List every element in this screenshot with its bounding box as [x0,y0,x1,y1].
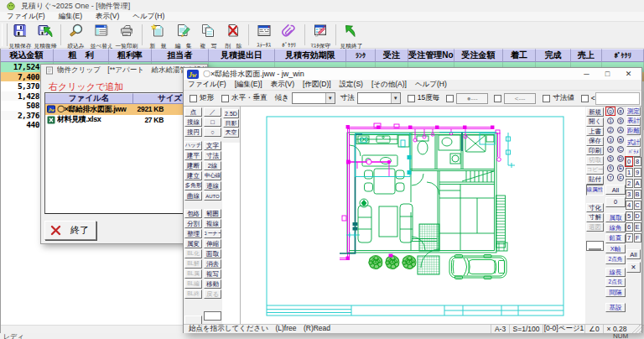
delete-button[interactable]: 削 除 [221,22,246,48]
paper-size-cell[interactable]: A-3 [491,325,509,333]
tool-button-建立[interactable]: 建立 [184,171,202,180]
tool-button-中心線[interactable]: 中心線 [204,171,221,180]
host-menu-item[interactable]: ファイル(F) [0,12,52,22]
layer-group-0-button[interactable]: 0 [605,107,615,116]
tool-button-建断[interactable]: 建断 [184,161,202,170]
tool-button-文字[interactable]: 文字 [204,141,221,150]
tool-button-寸法[interactable]: 寸法 [204,151,221,160]
layer-4-button[interactable]: 4 [625,200,633,211]
column-header-cell[interactable]: 見積提出日 [209,49,275,62]
tool-button-ハッチ[interactable]: ハッチ [184,141,202,150]
tool-button-測定[interactable]: 測定 [626,107,641,116]
arrow-line-checkbox[interactable] [494,95,501,102]
layer-group-all-button[interactable]: All [605,185,626,195]
host-menu-item[interactable]: 表示(V) [89,12,126,22]
tool-button-属変[interactable]: 属変 [184,239,202,248]
tool-button-線角[interactable]: 線角 [605,223,626,232]
tool-button-コピー[interactable]: コピー [586,165,604,175]
dot-line-checkbox[interactable] [446,95,454,102]
layer-group-7-button[interactable]: 7 [605,173,615,182]
column-header-cell[interactable]: 受注管理No [408,49,454,62]
tool-button-消去[interactable]: 消去 [204,259,221,269]
tool-button-BL化[interactable]: BL化 [184,249,202,258]
tool-button-分割[interactable]: 分割 [184,219,202,228]
tool-button-切取[interactable]: 切取 [586,156,604,165]
edit-button[interactable]: 編 集 [170,22,195,48]
restore-button[interactable]: 見積復帰 [33,22,58,48]
minimize-button[interactable]: ─ [576,68,597,80]
tool-button-基設[interactable]: 基設 [605,303,626,312]
column-header-cell[interactable]: ﾗﾝｸ [346,49,376,62]
pokekuri-button[interactable]: ﾎﾟｹｸﾘ [277,22,302,48]
page-cell[interactable]: [0-0]ページ1 [543,325,584,333]
tool-button-包絡[interactable]: 包絡 [184,209,202,218]
angle-cell[interactable]: ∠0 [584,325,603,333]
jw-titlebar[interactable]: Jw 〇×邸給排水図面.jww - jw_win ─ □ ✕ [184,68,641,80]
jw-menu-item[interactable]: 設定(S) [335,80,367,90]
tool-button-連線[interactable]: 連線 [204,181,221,190]
tool-button-新規[interactable]: 新規 [586,107,604,117]
close-dialog-button[interactable]: 終了 [44,221,96,240]
tool-button-／[interactable]: ／ [204,107,221,117]
layer-group-4-button[interactable]: 4 [605,144,615,154]
save-button[interactable]: 見積保存 [8,22,33,48]
tool-button-選図[interactable]: 選図 [586,222,604,232]
tool-button-表計[interactable]: 表計 [626,117,641,126]
new-button[interactable]: 新 規 [145,22,170,48]
tool-button-整理[interactable]: 整理 [184,229,202,238]
tool-button-BL編[interactable]: BL編 [184,279,202,289]
tool-button-X軸[interactable]: X軸 [605,244,626,253]
dropdown-arrow-icon[interactable]: ▼ [391,93,400,103]
jw-menu-item[interactable]: [その他(A)] [367,80,411,90]
tool-button-コーナー[interactable]: コーナー [204,229,221,238]
jw-menu-item[interactable]: 表示(V) [267,80,299,90]
column-header-cell[interactable]: 売上 [571,49,602,62]
jw-menu-item[interactable]: ファイル(F) [184,80,231,90]
layer-all-button[interactable]: All [626,249,641,259]
tool-button-建平[interactable]: 建平 [184,151,202,160]
tool-button-保存[interactable]: 保存 [586,137,604,146]
layer-group-C-button[interactable]: C [615,144,626,154]
column-header-cell[interactable]: 粗 利 [54,49,109,62]
layer-0-button[interactable]: 0 [625,156,633,167]
layer-F-button[interactable]: F [633,232,641,243]
tool-button-貼付[interactable]: 貼付 [586,175,604,185]
layer-C-button[interactable]: C [633,200,641,211]
tool-button-線属性[interactable]: 線属性 [586,185,604,196]
layer-5-button[interactable]: 5 [625,211,633,222]
zoom-cell[interactable]: × 0.28 [603,325,630,333]
layer-group-5-button[interactable]: 5 [605,154,615,164]
tool-button-距離[interactable]: 距離 [626,126,641,135]
layer-1-button[interactable]: 1 [625,167,633,178]
slope-combobox[interactable]: ▼ [292,92,335,104]
layer-8-button[interactable]: 8 [633,156,641,167]
extra-tool-button[interactable]: 日影 [223,119,239,128]
host-menu-item[interactable]: ヘルプ(H) [126,12,171,22]
tool-button-AUTO[interactable]: AUTO [204,191,221,201]
layer-E-button[interactable]: E [633,222,641,232]
layer-7-button[interactable]: 7 [625,232,633,243]
tool-button-戻る[interactable]: 戻る [204,289,221,299]
column-header-cell[interactable]: 完成 [536,49,571,62]
tool-button-上書[interactable]: 上書 [586,127,604,136]
scale-cell[interactable]: S=1/100 [509,325,543,333]
tool-button-線長[interactable]: 線長 [605,268,626,277]
layer-9-button[interactable]: 9 [633,167,641,178]
column-header-cell[interactable]: ﾎﾟｹｸﾘ [602,49,644,62]
cad-canvas[interactable] [240,107,585,324]
deg15-checkbox[interactable] [408,95,415,102]
tool-button-伸縮[interactable]: 伸縮 [204,239,221,248]
tool-button-BL属[interactable]: BL属 [184,269,202,279]
tool-button-複写[interactable]: 複写 [204,269,221,279]
horizontal-vertical-checkbox[interactable] [221,95,229,102]
tool-button-印刷[interactable]: 印刷 [586,146,604,155]
line-style-preview[interactable] [586,241,604,251]
layer-6-button[interactable]: 6 [625,222,633,232]
jw-menu-item[interactable]: [編集(E)] [231,80,267,90]
dimension-combobox[interactable]: ▼ [357,92,401,104]
tool-button-接円[interactable]: 接円 [184,128,202,137]
column-header-cell[interactable]: 受注 [376,49,408,62]
tool-button-属取[interactable]: 属取 [605,213,626,222]
tool-button-複線[interactable]: 複線 [204,219,221,228]
layer-group-3-button[interactable]: 3 [605,135,615,144]
